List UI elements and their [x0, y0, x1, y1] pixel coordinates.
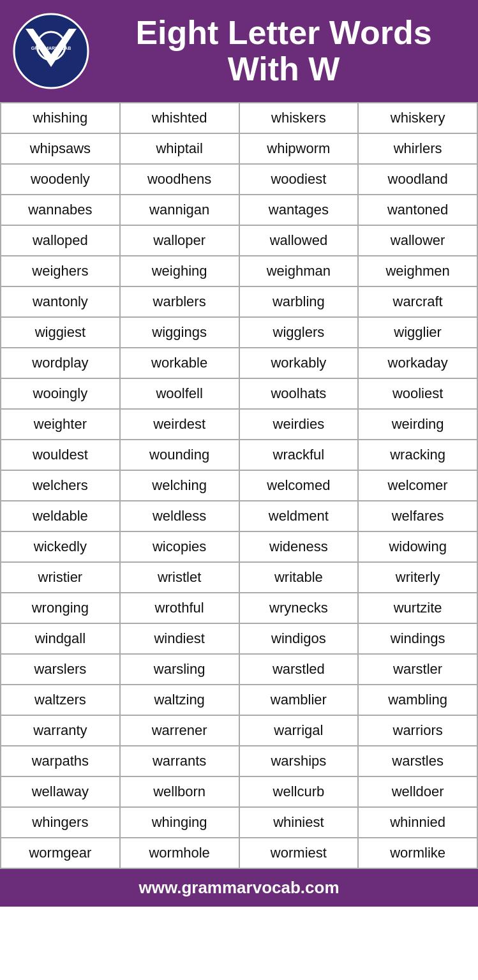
word-cell: warrener: [121, 716, 240, 746]
logo: GRAMMARVOCAB: [13, 13, 89, 89]
word-cell: whiptail: [121, 134, 240, 165]
word-cell: whirlers: [359, 134, 478, 165]
word-cell: walloped: [1, 226, 121, 256]
word-cell: wrothful: [121, 593, 240, 624]
word-cell: wellaway: [1, 777, 121, 808]
word-cell: wamblier: [240, 685, 359, 716]
word-cell: wideness: [240, 532, 359, 563]
word-cell: warships: [240, 746, 359, 777]
page-header: GRAMMARVOCAB Eight Letter Words With W: [0, 0, 478, 102]
word-cell: wallowed: [240, 226, 359, 256]
word-cell: whishted: [121, 103, 240, 134]
footer-url: www.grammarvocab.com: [6, 878, 472, 898]
word-cell: woodland: [359, 165, 478, 195]
word-cell: wannabes: [1, 195, 121, 226]
word-cell: wounding: [121, 440, 240, 471]
word-cell: warstles: [359, 746, 478, 777]
svg-point-0: [14, 14, 88, 88]
word-cell: woodhens: [121, 165, 240, 195]
word-cell: warriors: [359, 716, 478, 746]
word-cell: whiniest: [240, 808, 359, 838]
word-cell: warrants: [121, 746, 240, 777]
page-title: Eight Letter Words With W: [102, 15, 465, 87]
word-grid: whishingwhishtedwhiskerswhiskerywhipsaws…: [0, 102, 478, 869]
word-cell: warslers: [1, 655, 121, 685]
word-cell: waltzing: [121, 685, 240, 716]
svg-text:GRAMMARVOCAB: GRAMMARVOCAB: [31, 46, 71, 50]
word-cell: whipworm: [240, 134, 359, 165]
word-cell: warranty: [1, 716, 121, 746]
word-cell: windigos: [240, 624, 359, 655]
word-cell: wantages: [240, 195, 359, 226]
word-cell: wellcurb: [240, 777, 359, 808]
word-cell: warsling: [121, 655, 240, 685]
word-cell: whishing: [1, 103, 121, 134]
word-cell: windgall: [1, 624, 121, 655]
word-cell: wooliest: [359, 379, 478, 410]
word-cell: waltzers: [1, 685, 121, 716]
word-cell: weirdies: [240, 410, 359, 440]
word-cell: woolhats: [240, 379, 359, 410]
word-cell: weirding: [359, 410, 478, 440]
word-cell: widowing: [359, 532, 478, 563]
word-cell: wordplay: [1, 348, 121, 379]
word-cell: whipsaws: [1, 134, 121, 165]
word-cell: wronging: [1, 593, 121, 624]
word-cell: workable: [121, 348, 240, 379]
word-cell: wrackful: [240, 440, 359, 471]
word-cell: welching: [121, 471, 240, 501]
word-cell: walloper: [121, 226, 240, 256]
word-cell: warstler: [359, 655, 478, 685]
word-cell: warpaths: [1, 746, 121, 777]
word-cell: woodiest: [240, 165, 359, 195]
word-cell: welcomer: [359, 471, 478, 501]
word-cell: wurtzite: [359, 593, 478, 624]
word-cell: wooingly: [1, 379, 121, 410]
word-cell: weirdest: [121, 410, 240, 440]
word-cell: wrynecks: [240, 593, 359, 624]
word-cell: wristier: [1, 563, 121, 593]
word-cell: wiggiest: [1, 318, 121, 348]
word-cell: windiest: [121, 624, 240, 655]
word-cell: workably: [240, 348, 359, 379]
word-cell: weighman: [240, 256, 359, 287]
word-cell: wellborn: [121, 777, 240, 808]
word-cell: wantoned: [359, 195, 478, 226]
word-cell: weighmen: [359, 256, 478, 287]
word-cell: woolfell: [121, 379, 240, 410]
word-cell: whiskers: [240, 103, 359, 134]
word-cell: wristlet: [121, 563, 240, 593]
word-cell: wicopies: [121, 532, 240, 563]
word-cell: windings: [359, 624, 478, 655]
word-cell: writable: [240, 563, 359, 593]
word-cell: workaday: [359, 348, 478, 379]
word-cell: warbling: [240, 287, 359, 318]
word-cell: whinging: [121, 808, 240, 838]
word-cell: wickedly: [1, 532, 121, 563]
word-cell: wracking: [359, 440, 478, 471]
word-cell: writerly: [359, 563, 478, 593]
word-cell: wigglers: [240, 318, 359, 348]
word-cell: weighers: [1, 256, 121, 287]
word-cell: wormiest: [240, 838, 359, 869]
word-cell: whinnied: [359, 808, 478, 838]
word-cell: wigglier: [359, 318, 478, 348]
word-cell: wallower: [359, 226, 478, 256]
word-cell: wormhole: [121, 838, 240, 869]
word-cell: warstled: [240, 655, 359, 685]
word-cell: wormgear: [1, 838, 121, 869]
word-cell: weighing: [121, 256, 240, 287]
word-cell: whingers: [1, 808, 121, 838]
word-cell: warblers: [121, 287, 240, 318]
word-cell: woodenly: [1, 165, 121, 195]
word-cell: warrigal: [240, 716, 359, 746]
word-cell: warcraft: [359, 287, 478, 318]
word-cell: wantonly: [1, 287, 121, 318]
word-cell: wannigan: [121, 195, 240, 226]
word-cell: wormlike: [359, 838, 478, 869]
word-cell: wambling: [359, 685, 478, 716]
word-cell: wouldest: [1, 440, 121, 471]
word-cell: welfares: [359, 501, 478, 532]
word-cell: welchers: [1, 471, 121, 501]
word-cell: welcomed: [240, 471, 359, 501]
